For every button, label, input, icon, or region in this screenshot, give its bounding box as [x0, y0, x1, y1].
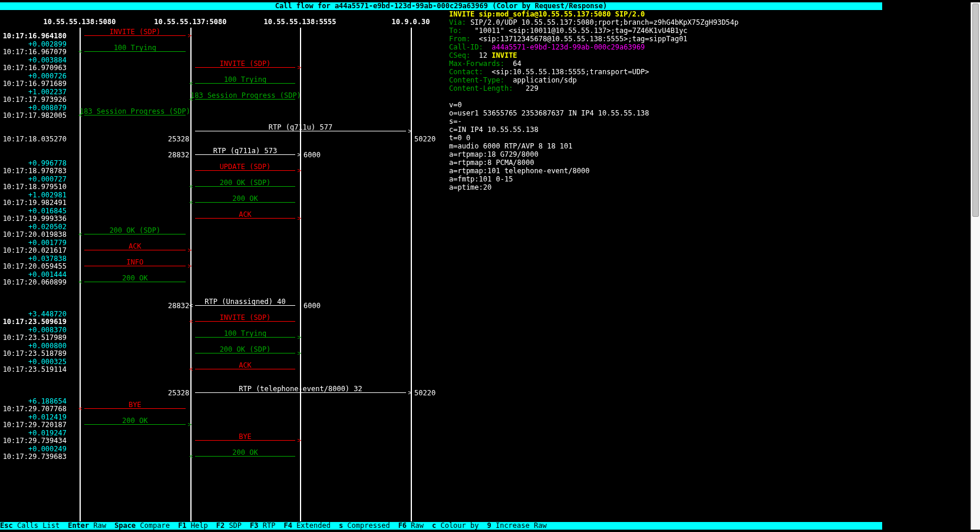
arrow-head-right-icon: > [187, 33, 192, 38]
footer-action[interactable]: c Colour by [432, 522, 479, 530]
arrow-head-right-icon: > [187, 422, 192, 427]
footer-action[interactable]: F1 Help [178, 522, 208, 530]
flow-event[interactable]: 100 Trying> [190, 330, 300, 338]
footer-key: F3 [250, 521, 258, 530]
timestamp: 10:17:23.509619 [0, 318, 67, 326]
flow-event[interactable]: 100 Trying< [190, 76, 300, 84]
arrow-head-left-icon: < [189, 366, 193, 372]
title-bar: Call flow for a44a5571-e9bd-123d-99ab-00… [0, 2, 882, 10]
arrow-head-right-icon: > [187, 247, 192, 253]
header-key: To: [449, 27, 462, 35]
header-value: "10011" <sip:10011@10.55.55.137>;tag=7Z4… [462, 27, 688, 35]
arrow-head-right-icon: > [187, 263, 192, 269]
arrow-head-left-icon: < [189, 303, 193, 308]
footer-key: F2 [216, 521, 225, 530]
footer-key: F1 [178, 521, 186, 530]
flow-event[interactable]: 200 OK (SDP)> [190, 346, 300, 354]
rtp-port-left: 28832 [168, 302, 189, 310]
flow-event[interactable]: 200 OK (SDP)< [190, 179, 300, 187]
flow-event[interactable]: RTP (g711a) 573> [190, 147, 300, 156]
arrow-head-right-icon: > [297, 152, 301, 157]
detail-line: a=rtpmap:101 telephone-event/8000 [449, 167, 880, 175]
flow-event[interactable]: 200 OK> [80, 417, 190, 425]
footer-key: F6 [398, 521, 407, 530]
timestamp: 10:17:29.739434 [0, 437, 67, 445]
detail-line: a=rtpmap:18 G729/8000 [449, 150, 880, 158]
header-key: Call-ID: [449, 43, 483, 51]
arrow-head-right-icon: > [297, 335, 301, 340]
arrow-head-right-icon: > [297, 351, 301, 356]
timestamp: 10:17:23.518789 [0, 350, 67, 358]
arrow-head-left-icon: < [78, 406, 83, 411]
flow-event[interactable]: 200 OK< [190, 449, 300, 457]
timestamp: 10:17:18.978783 [0, 167, 67, 175]
flow-event[interactable]: ACK> [80, 243, 190, 251]
scrollbar-thumb[interactable] [972, 4, 979, 217]
arrow-head-left-icon: < [189, 319, 193, 324]
rtp-port-left: 25328 [168, 136, 189, 143]
flow-event[interactable]: ACK< [190, 362, 300, 370]
timestamp: 10:17:19.982491 [0, 199, 67, 207]
flow-event[interactable]: UPDATE (SDP)> [190, 163, 300, 171]
flow-event[interactable]: INFO> [80, 259, 190, 267]
header-value: INVITE sip:mod_sofia@10.55.55.137:5080 S… [449, 10, 645, 18]
detail-line: Contact: <sip:10.55.55.138:5555;transpor… [449, 68, 880, 76]
flow-event[interactable]: ACK> [190, 211, 300, 219]
flow-event[interactable]: BYE> [190, 433, 300, 441]
detail-line: v=0 [449, 101, 880, 109]
timestamp: 10:17:20.059455 [0, 263, 67, 270]
footer-action[interactable]: Space Compare [114, 522, 170, 530]
flow-event[interactable]: 100 Trying< [80, 44, 190, 52]
footer-label: Colour by [436, 521, 479, 530]
footer-action[interactable]: Esc Calls List [0, 522, 60, 530]
arrow-head-left-icon: < [189, 200, 193, 205]
flow-event[interactable]: 200 OK< [80, 275, 190, 283]
footer-action[interactable]: 9 Increase Raw [487, 522, 546, 530]
flow-event[interactable]: 183 Session Progress (SDP)< [190, 92, 300, 100]
timestamp: 10:17:20.021617 [0, 247, 67, 255]
footer-action[interactable]: F4 Extended [283, 522, 330, 530]
timestamp: 10:17:16.970963 [0, 64, 67, 72]
header-value: a=rtpmap:101 telephone-event/8000 [449, 167, 589, 175]
timestamp: 10:17:29.739683 [0, 453, 67, 461]
header-key: Content-Length: [449, 84, 513, 92]
header-value: 229 [513, 84, 538, 92]
detail-line: CSeq: 12 INVITE [449, 51, 880, 60]
header-value: a=rtpmap:18 G729/8000 [449, 150, 539, 158]
flow-event[interactable]: RTP (g711u) 577> [190, 124, 411, 132]
detail-line: m=audio 6000 RTP/AVP 8 18 101 [449, 142, 880, 150]
flow-event[interactable]: BYE< [80, 401, 190, 409]
footer-key: F4 [283, 521, 292, 530]
footer-action[interactable]: F3 RTP [250, 522, 275, 530]
endpoint-line [300, 28, 301, 521]
header-value: v=0 [449, 101, 462, 109]
footer-action[interactable]: F2 SDP [216, 522, 242, 530]
footer-action[interactable]: F6 Raw [398, 522, 424, 530]
arrow-head-left-icon: < [78, 49, 83, 54]
header-key: From: [449, 35, 470, 43]
flow-event[interactable]: INVITE (SDP)> [80, 28, 190, 37]
scrollbar[interactable] [971, 2, 980, 530]
timestamp: 10:17:20.019838 [0, 231, 67, 239]
footer-action[interactable]: Enter Raw [68, 522, 106, 530]
timestamp: 10:17:23.519114 [0, 366, 67, 374]
flow-event[interactable]: 183 Session Progress (SDP)< [80, 108, 190, 116]
rtp-port-right: 6000 [303, 302, 321, 310]
flow-event[interactable]: RTP (telephone-event/8000) 32> [190, 385, 411, 394]
header-key: Content-Type: [449, 76, 504, 84]
detail-line [449, 92, 880, 101]
flow-event[interactable]: 200 OK (SDP)< [80, 227, 190, 235]
flow-event[interactable]: 200 OK< [190, 195, 300, 203]
timestamp: 10:17:29.720187 [0, 421, 67, 429]
flow-event[interactable]: INVITE (SDP)< [190, 314, 300, 322]
arrow-head-left-icon: < [189, 97, 193, 102]
arrow-head-left-icon: < [189, 454, 193, 459]
footer-action[interactable]: s Compressed [339, 522, 390, 530]
header-value: <sip:10.55.55.138:5555;transport=UDP> [483, 68, 649, 76]
header-value: a=fmtp:101 0-15 [449, 175, 513, 183]
flow-event[interactable]: RTP (Unassigned) 40< [190, 298, 300, 306]
flow-event[interactable]: INVITE (SDP)> [190, 60, 300, 68]
detail-line: c=IN IP4 10.55.55.138 [449, 125, 880, 134]
header-key: CSeq: [449, 51, 470, 60]
header-value: a=rtpmap:8 PCMA/8000 [449, 158, 534, 167]
